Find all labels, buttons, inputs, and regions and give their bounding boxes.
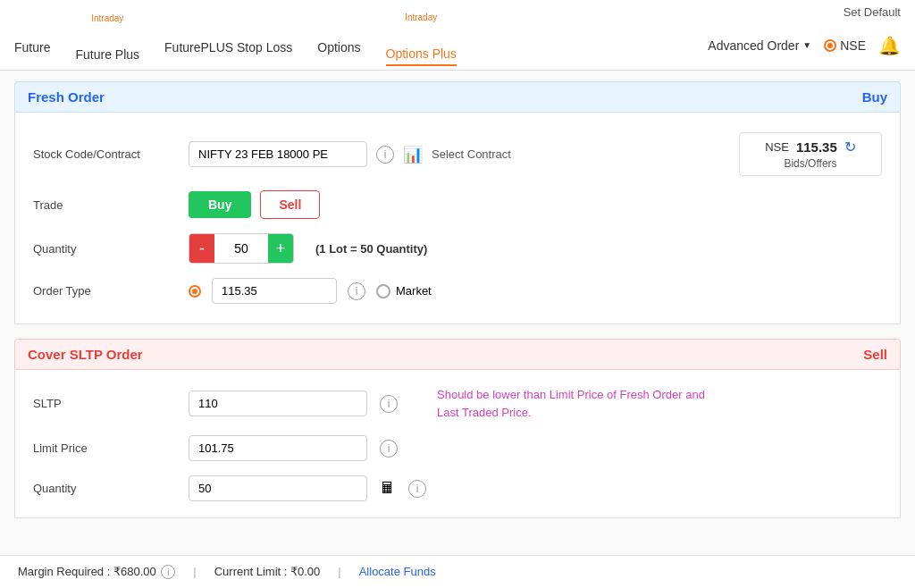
sltp-input[interactable] [189,391,367,416]
tab-future-plus[interactable]: Intraday Future Plus [75,26,139,65]
market-radio-button[interactable] [376,284,390,298]
nse-price-row: NSE 115.35 ↻ [765,139,856,155]
order-type-label: Order Type [33,284,176,298]
quantity-row: Quantity - + (1 Lot = 50 Quantity) [15,226,900,271]
bids-offers-link[interactable]: Bids/Offers [784,157,836,170]
limit-price-label: Limit Price [33,441,176,455]
nav-tabs: Future Intraday Future Plus FuturePLUS S… [0,21,915,71]
cover-quantity-label: Quantity [33,482,176,495]
chevron-down-icon: ▼ [802,40,811,50]
notification-bell-icon[interactable]: 🔔 [878,35,901,56]
limit-price-row: Limit Price i [15,428,900,468]
tab-future-label: Future [14,33,50,55]
nse-price-value: 115.35 [796,139,837,155]
limit-price-info-icon[interactable]: i [380,440,398,458]
current-limit-label: Current Limit : ₹ [214,565,298,578]
advanced-order-label: Advanced Order [708,38,799,53]
cover-quantity-info-icon[interactable]: i [408,480,426,498]
cover-order-section-header: Cover SLTP Order Sell [14,339,901,370]
stock-info-icon[interactable]: i [376,146,394,164]
cover-quantity-row: Quantity 🖩 i [15,468,900,508]
fresh-order-form: Stock Code/Contract i 📊 Select Contract … [14,113,901,324]
limit-radio-button[interactable] [189,285,201,298]
tab-future-plus-intraday: Intraday [91,13,123,23]
main-content: Fresh Order Buy Stock Code/Contract i 📊 … [0,71,915,555]
lot-info: (1 Lot = 50 Quantity) [315,242,427,256]
stock-code-input[interactable] [189,141,367,167]
margin-value: 680.00 [121,565,156,578]
fresh-order-title: Fresh Order [28,89,105,105]
buy-button[interactable]: Buy [189,191,251,218]
margin-label: Margin Required : ₹ [18,565,121,578]
tab-future-plus-label: Future Plus [75,40,139,62]
margin-info-icon[interactable]: i [161,565,175,579]
sltp-note: Should be lower than Limit Price of Fres… [437,386,723,421]
quantity-plus-button[interactable]: + [268,234,293,263]
tab-options-label: Options [317,33,360,55]
footer-separator-2: | [338,565,340,578]
stock-input-area: i 📊 Select Contract [189,141,511,167]
sltp-label: SLTP [33,397,176,410]
stock-code-row: Stock Code/Contract i 📊 Select Contract … [15,125,900,183]
current-limit-value: 0.00 [298,565,320,578]
margin-required-text: Margin Required : ₹680.00 i [18,565,175,580]
cover-order-form: SLTP i Should be lower than Limit Price … [14,370,901,518]
top-bar: Set Default [0,0,915,21]
tab-futureplus-stop-loss[interactable]: FuturePLUS Stop Loss [164,33,292,58]
tab-options[interactable]: Options [317,33,360,58]
stock-code-label: Stock Code/Contract [33,147,176,161]
cover-quantity-input[interactable] [189,475,367,501]
nse-selector[interactable]: NSE [824,38,866,53]
cover-order-title: Cover SLTP Order [28,347,143,362]
fresh-order-action[interactable]: Buy [862,89,887,105]
quantity-stepper: - + [189,233,294,264]
sell-button[interactable]: Sell [260,190,320,219]
set-default-link[interactable]: Set Default [844,5,901,19]
order-type-row: Order Type i Market [15,271,900,311]
select-contract-link[interactable]: Select Contract [432,147,511,161]
market-label: Market [396,284,432,298]
tab-options-plus-intraday: Intraday [405,13,437,22]
trade-row: Trade Buy Sell [15,183,900,226]
order-type-info-icon[interactable]: i [348,282,365,300]
tab-futureplus-stop-loss-label: FuturePLUS Stop Loss [164,33,292,55]
nse-label: NSE [840,38,866,53]
market-radio-wrap: Market [376,284,432,298]
nse-price-box: NSE 115.35 ↻ Bids/Offers [739,132,882,176]
nse-price-label: NSE [765,140,789,154]
calculator-icon[interactable]: 🖩 [380,479,396,498]
footer-bar: Margin Required : ₹680.00 i | Current Li… [0,555,915,589]
allocate-funds-link[interactable]: Allocate Funds [359,565,436,578]
tab-advanced-order[interactable]: Advanced Order ▼ [708,38,811,53]
tab-options-plus-label: Options Plus [386,39,457,66]
nse-radio-icon [824,39,836,52]
quantity-label: Quantity [33,242,176,256]
fresh-order-section-header: Fresh Order Buy [14,81,901,113]
tab-options-plus[interactable]: Intraday Options Plus [386,25,457,66]
quantity-input[interactable] [214,234,268,263]
price-input[interactable] [212,278,337,304]
tab-future[interactable]: Future [14,33,50,58]
order-type-controls: i Market [189,278,432,304]
limit-price-input[interactable] [189,435,367,461]
trade-buttons: Buy Sell [189,190,320,219]
trade-label: Trade [33,198,176,212]
cover-order-action[interactable]: Sell [863,347,887,362]
refresh-icon[interactable]: ↻ [844,139,856,155]
current-limit-text: Current Limit : ₹0.00 [214,565,321,578]
footer-separator-1: | [193,565,196,578]
sltp-row: SLTP i Should be lower than Limit Price … [15,379,900,428]
nav-right: Advanced Order ▼ NSE 🔔 [708,35,901,56]
sltp-info-icon[interactable]: i [380,395,398,413]
chart-icon[interactable]: 📊 [403,145,423,164]
quantity-minus-button[interactable]: - [189,234,214,263]
